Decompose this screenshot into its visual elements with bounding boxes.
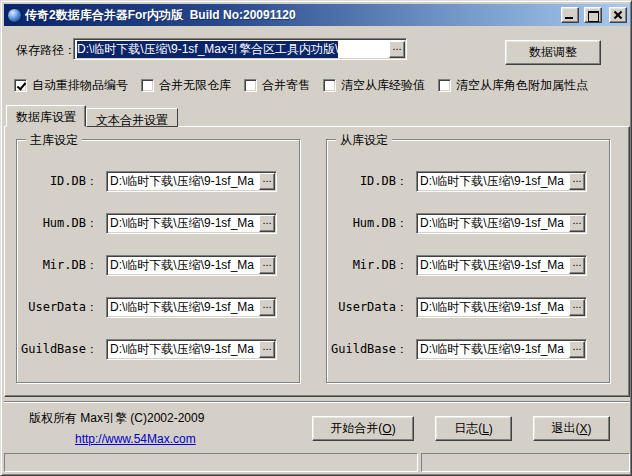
browse-ellipsis-button[interactable]: ... bbox=[569, 257, 585, 274]
log-button[interactable]: 日志(L) bbox=[435, 416, 512, 441]
field-value: D:\临时下载\压缩\9-1sf_Ma bbox=[110, 173, 259, 190]
checkbox-icon[interactable] bbox=[14, 79, 27, 92]
field-value: D:\临时下载\压缩\9-1sf_Ma bbox=[420, 341, 569, 358]
field-label: Mir.DB： bbox=[21, 257, 106, 274]
field-value: D:\临时下载\压缩\9-1sf_Ma bbox=[420, 215, 569, 232]
field-value: D:\临时下载\压缩\9-1sf_Ma bbox=[110, 341, 259, 358]
checkbox-merge-unlimited-storage[interactable]: 合并无限仓库 bbox=[141, 77, 231, 94]
start-merge-button[interactable]: 开始合并(O) bbox=[312, 416, 414, 441]
field-row-master-mirdb: Mir.DB： D:\临时下载\压缩\9-1sf_Ma ... bbox=[21, 255, 287, 276]
checkbox-icon[interactable] bbox=[438, 79, 451, 92]
field-value: D:\临时下载\压缩\9-1sf_Ma bbox=[420, 257, 569, 274]
field-value: D:\临时下载\压缩\9-1sf_Ma bbox=[110, 257, 259, 274]
field-row-master-humdb: Hum.DB： D:\临时下载\压缩\9-1sf_Ma ... bbox=[21, 213, 287, 234]
tab-database-settings[interactable]: 数据库设置 bbox=[6, 105, 86, 127]
checkbox-label: 清空从库角色附加属性点 bbox=[456, 77, 588, 94]
field-value: D:\临时下载\压缩\9-1sf_Ma bbox=[110, 299, 259, 316]
tab-text-merge-settings[interactable]: 文本合并设置 bbox=[86, 108, 178, 127]
group-slave-db: 从库设定 ID.DB： D:\临时下载\压缩\9-1sf_Ma ... Hum.… bbox=[326, 139, 610, 383]
checkbox-label: 自动重排物品编号 bbox=[32, 77, 128, 94]
save-path-input[interactable]: D:\临时下载\压缩\9-1sf_Max引擎合区工具内功版\ ... bbox=[73, 38, 407, 60]
master-guildbase-input[interactable]: D:\临时下载\压缩\9-1sf_Ma ... bbox=[106, 339, 277, 360]
field-row-slave-humdb: Hum.DB： D:\临时下载\压缩\9-1sf_Ma ... bbox=[331, 213, 597, 234]
field-row-master-userdata: UserData： D:\临时下载\压缩\9-1sf_Ma ... bbox=[21, 297, 287, 318]
browse-ellipsis-button[interactable]: ... bbox=[259, 341, 275, 358]
options-row: 自动重排物品编号 合并无限仓库 合并寄售 清空从库经验值 清空从库角色附加属性点 bbox=[14, 77, 588, 94]
status-panel-right bbox=[421, 453, 630, 472]
field-row-slave-iddb: ID.DB： D:\临时下载\压缩\9-1sf_Ma ... bbox=[331, 171, 597, 192]
minimize-button[interactable] bbox=[561, 7, 579, 23]
field-value: D:\临时下载\压缩\9-1sf_Ma bbox=[420, 173, 569, 190]
checkbox-label: 合并寄售 bbox=[262, 77, 310, 94]
master-iddb-input[interactable]: D:\临时下载\压缩\9-1sf_Ma ... bbox=[106, 171, 277, 192]
close-button[interactable] bbox=[609, 7, 627, 23]
master-mirdb-input[interactable]: D:\临时下载\压缩\9-1sf_Ma ... bbox=[106, 255, 277, 276]
group-title: 从库设定 bbox=[336, 132, 392, 149]
field-row-slave-mirdb: Mir.DB： D:\临时下载\压缩\9-1sf_Ma ... bbox=[331, 255, 597, 276]
checkbox-icon[interactable] bbox=[323, 79, 336, 92]
group-title: 主库设定 bbox=[26, 132, 82, 149]
group-master-db: 主库设定 ID.DB： D:\临时下载\压缩\9-1sf_Ma ... Hum.… bbox=[16, 139, 300, 383]
field-label: Hum.DB： bbox=[331, 215, 416, 232]
browse-ellipsis-button[interactable]: ... bbox=[259, 257, 275, 274]
field-row-master-iddb: ID.DB： D:\临时下载\压缩\9-1sf_Ma ... bbox=[21, 171, 287, 192]
field-label: GuildBase： bbox=[331, 341, 416, 358]
app-icon bbox=[7, 8, 22, 23]
tab-page-database-settings: 主库设定 ID.DB： D:\临时下载\压缩\9-1sf_Ma ... Hum.… bbox=[4, 126, 630, 397]
field-row-slave-guildbase: GuildBase： D:\临时下载\压缩\9-1sf_Ma ... bbox=[331, 339, 597, 360]
browse-ellipsis-button[interactable]: ... bbox=[259, 173, 275, 190]
maximize-button[interactable] bbox=[584, 7, 602, 23]
checkbox-clear-slave-exp[interactable]: 清空从库经验值 bbox=[323, 77, 425, 94]
browse-ellipsis-button[interactable]: ... bbox=[259, 299, 275, 316]
field-label: UserData： bbox=[21, 299, 106, 316]
browse-ellipsis-button[interactable]: ... bbox=[569, 341, 585, 358]
field-label: Hum.DB： bbox=[21, 215, 106, 232]
field-label: ID.DB： bbox=[21, 173, 106, 190]
save-path-label: 保存路径： bbox=[16, 42, 76, 59]
slave-userdata-input[interactable]: D:\临时下载\压缩\9-1sf_Ma ... bbox=[416, 297, 587, 318]
checkbox-label: 清空从库经验值 bbox=[341, 77, 425, 94]
data-adjust-button[interactable]: 数据调整 bbox=[505, 40, 601, 65]
homepage-link[interactable]: http://www.54Max.com bbox=[75, 432, 196, 446]
exit-button[interactable]: 退出(X) bbox=[533, 416, 610, 441]
save-path-value: D:\临时下载\压缩\9-1sf_Max引擎合区工具内功版\ bbox=[77, 41, 338, 58]
field-label: GuildBase： bbox=[21, 341, 106, 358]
checkbox-merge-consignment[interactable]: 合并寄售 bbox=[244, 77, 310, 94]
checkbox-label: 合并无限仓库 bbox=[159, 77, 231, 94]
checkbox-auto-renumber-items[interactable]: 自动重排物品编号 bbox=[14, 77, 128, 94]
field-row-slave-userdata: UserData： D:\临时下载\压缩\9-1sf_Ma ... bbox=[331, 297, 597, 318]
browse-ellipsis-button[interactable]: ... bbox=[259, 215, 275, 232]
slave-iddb-input[interactable]: D:\临时下载\压缩\9-1sf_Ma ... bbox=[416, 171, 587, 192]
master-userdata-input[interactable]: D:\临时下载\压缩\9-1sf_Ma ... bbox=[106, 297, 277, 318]
checkbox-icon[interactable] bbox=[141, 79, 154, 92]
field-row-master-guildbase: GuildBase： D:\临时下载\压缩\9-1sf_Ma ... bbox=[21, 339, 287, 360]
slave-mirdb-input[interactable]: D:\临时下载\压缩\9-1sf_Ma ... bbox=[416, 255, 587, 276]
browse-ellipsis-button[interactable]: ... bbox=[569, 215, 585, 232]
field-value: D:\临时下载\压缩\9-1sf_Ma bbox=[110, 215, 259, 232]
field-label: Mir.DB： bbox=[331, 257, 416, 274]
browse-ellipsis-button[interactable]: ... bbox=[569, 173, 585, 190]
browse-ellipsis-button[interactable]: ... bbox=[389, 41, 405, 58]
master-humdb-input[interactable]: D:\临时下载\压缩\9-1sf_Ma ... bbox=[106, 213, 277, 234]
field-value: D:\临时下载\压缩\9-1sf_Ma bbox=[420, 299, 569, 316]
copyright-text: 版权所有 Max引擎 (C)2002-2009 bbox=[29, 410, 204, 427]
field-label: ID.DB： bbox=[331, 173, 416, 190]
browse-ellipsis-button[interactable]: ... bbox=[569, 299, 585, 316]
field-label: UserData： bbox=[331, 299, 416, 316]
window-title: 传奇2数据库合并器For内功版 Build No:20091120 bbox=[25, 7, 556, 24]
title-bar: 传奇2数据库合并器For内功版 Build No:20091120 bbox=[4, 4, 630, 26]
slave-guildbase-input[interactable]: D:\临时下载\压缩\9-1sf_Ma ... bbox=[416, 339, 587, 360]
slave-humdb-input[interactable]: D:\临时下载\压缩\9-1sf_Ma ... bbox=[416, 213, 587, 234]
status-panel-left bbox=[4, 453, 418, 472]
checkbox-icon[interactable] bbox=[244, 79, 257, 92]
app-window: 传奇2数据库合并器For内功版 Build No:20091120 保存路径： … bbox=[0, 0, 632, 476]
checkbox-clear-slave-bonus-points[interactable]: 清空从库角色附加属性点 bbox=[438, 77, 588, 94]
tab-strip: 数据库设置 文本合并设置 bbox=[6, 105, 178, 127]
